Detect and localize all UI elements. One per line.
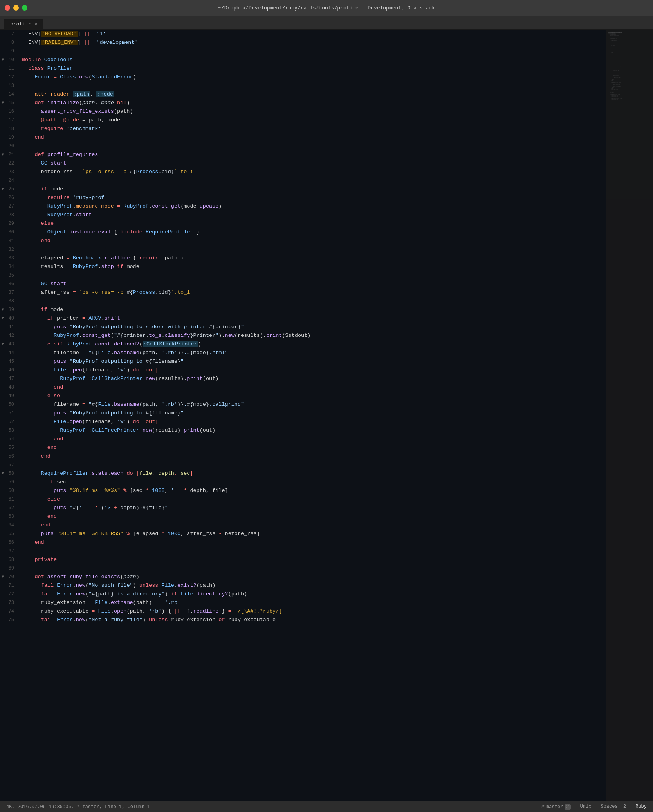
- status-branch[interactable]: ⎇ master 2: [539, 804, 570, 810]
- line-content: fail Error.new("No such file") unless Fi…: [20, 581, 653, 590]
- line-number: 11: [0, 64, 20, 73]
- line-content: after_rss = `ps -o rss= -p #{Process.pid…: [20, 288, 653, 297]
- line-number: 9: [0, 47, 20, 56]
- status-language[interactable]: Ruby: [635, 804, 647, 810]
- table-row: 34 results = RubyProf.stop if mode: [0, 262, 653, 271]
- line-content: end: [20, 521, 653, 530]
- maximize-button[interactable]: [22, 5, 27, 11]
- line-content: ruby_executable = File.open(path, 'rb') …: [20, 607, 653, 616]
- fold-arrow-icon[interactable]: [2, 573, 4, 581]
- line-number: 36: [0, 280, 20, 288]
- table-row: 72 fail Error.new("#{path} is a director…: [0, 590, 653, 599]
- table-row: 61 else: [0, 495, 653, 504]
- fold-arrow-icon[interactable]: [2, 340, 4, 349]
- minimap: ██████████████████████████████ █ module …: [606, 30, 653, 801]
- table-row: 47 RubyProf::CallStackPrinter.new(result…: [0, 374, 653, 383]
- table-row: 68 private: [0, 555, 653, 564]
- traffic-lights[interactable]: [5, 5, 27, 11]
- tab-label: profile: [10, 21, 32, 27]
- line-number: 10: [0, 56, 20, 64]
- fold-arrow-icon[interactable]: [2, 150, 4, 159]
- status-line-ending: Unix: [580, 804, 592, 810]
- line-number: 75: [0, 616, 20, 624]
- table-row: 62 puts "#{' ' * (13 + depth)}#{file}": [0, 504, 653, 512]
- fold-arrow-icon[interactable]: [2, 99, 4, 107]
- tab-profile[interactable]: profile ×: [4, 19, 43, 29]
- status-right: ⎇ master 2 Unix Spaces: 2 Ruby: [539, 804, 647, 810]
- line-number: 69: [0, 564, 20, 573]
- line-content: end: [20, 435, 653, 443]
- line-content: RubyProf.const_get("#{printer.to_s.class…: [20, 331, 653, 340]
- table-row: 71 fail Error.new("No such file") unless…: [0, 581, 653, 590]
- line-number: 52: [0, 418, 20, 426]
- line-number: 38: [0, 297, 20, 306]
- line-number: 25: [0, 185, 20, 194]
- line-content: else: [20, 495, 653, 504]
- line-number: 54: [0, 435, 20, 443]
- line-content: Error = Class.new(StandardError): [20, 73, 653, 81]
- line-number: 65: [0, 530, 20, 538]
- line-number: 14: [0, 90, 20, 99]
- line-number: 39: [0, 306, 20, 314]
- close-button[interactable]: [5, 5, 10, 11]
- line-number: 47: [0, 374, 20, 383]
- line-number: 60: [0, 486, 20, 495]
- tab-close-icon[interactable]: ×: [35, 22, 38, 27]
- line-content: require 'benchmark': [20, 125, 653, 133]
- fold-arrow-icon[interactable]: [2, 314, 4, 323]
- table-row: 60 puts "%8.1f ms %s%s" % [sec * 1000, '…: [0, 486, 653, 495]
- line-content: RubyProf.start: [20, 211, 653, 219]
- branch-num: 2: [565, 804, 570, 810]
- table-row: 70 def assert_ruby_file_exists(path): [0, 573, 653, 581]
- line-number: 28: [0, 211, 20, 219]
- line-number: 33: [0, 254, 20, 262]
- fold-arrow-icon[interactable]: [2, 56, 4, 64]
- line-number: 63: [0, 512, 20, 521]
- line-number: 74: [0, 607, 20, 616]
- code-area[interactable]: 7 ENV['NO_RELOAD'] ||= '1'8 ENV['RAILS_E…: [0, 30, 653, 801]
- status-position: 4K, 2016.07.06 19:35:36, * master, Line …: [6, 804, 150, 810]
- line-content: end: [20, 443, 653, 452]
- line-number: 18: [0, 125, 20, 133]
- line-number: 70: [0, 573, 20, 581]
- line-content: module CodeTools: [20, 56, 653, 64]
- table-row: 12 Error = Class.new(StandardError): [0, 73, 653, 81]
- line-content: elapsed = Benchmark.realtime { require p…: [20, 254, 653, 262]
- table-row: 8 ENV['RAILS_ENV'] ||= 'development': [0, 38, 653, 47]
- line-content: private: [20, 555, 653, 564]
- table-row: 44 filename = "#{File.basename(path, '.r…: [0, 349, 653, 357]
- editor-container: 7 ENV['NO_RELOAD'] ||= '1'8 ENV['RAILS_E…: [0, 30, 653, 801]
- minimize-button[interactable]: [13, 5, 19, 11]
- line-number: 56: [0, 452, 20, 461]
- fold-arrow-icon[interactable]: [2, 469, 4, 478]
- line-number: 7: [0, 30, 20, 38]
- table-row: 30 Object.instance_eval { include Requir…: [0, 228, 653, 237]
- line-number: 31: [0, 237, 20, 245]
- line-content: puts "%8.1f ms %d KB RSS" % [elapsed * 1…: [20, 530, 653, 538]
- table-row: 52 File.open(filename, 'w') do |out|: [0, 418, 653, 426]
- fold-arrow-icon[interactable]: [2, 185, 4, 194]
- line-content: fail Error.new("#{path} is a directory")…: [20, 590, 653, 599]
- fold-arrow-icon[interactable]: [2, 306, 4, 314]
- line-content: if mode: [20, 306, 653, 314]
- line-number: 62: [0, 504, 20, 512]
- table-row: 18 require 'benchmark': [0, 125, 653, 133]
- table-row: 32: [0, 245, 653, 254]
- line-content: else: [20, 392, 653, 400]
- table-row: 74 ruby_executable = File.open(path, 'rb…: [0, 607, 653, 616]
- table-row: 45 puts "RubyProf outputting to #{filena…: [0, 357, 653, 366]
- status-left: 4K, 2016.07.06 19:35:36, * master, Line …: [6, 804, 150, 810]
- line-number: 51: [0, 409, 20, 418]
- line-content: end: [20, 452, 653, 461]
- table-row: 29 else: [0, 219, 653, 228]
- table-row: 43 elsif RubyProf.const_defined?(:CallSt…: [0, 340, 653, 349]
- table-row: 28 RubyProf.start: [0, 211, 653, 219]
- line-number: 72: [0, 590, 20, 599]
- line-number: 29: [0, 219, 20, 228]
- title-bar: ~/Dropbox/Development/ruby/rails/tools/p…: [0, 0, 653, 16]
- line-content: filename = "#{File.basename(path, '.rb')…: [20, 400, 653, 409]
- line-content: puts "#{' ' * (13 + depth)}#{file}": [20, 504, 653, 512]
- table-row: 11 class Profiler: [0, 64, 653, 73]
- line-number: 73: [0, 599, 20, 607]
- status-bar: 4K, 2016.07.06 19:35:36, * master, Line …: [0, 801, 653, 812]
